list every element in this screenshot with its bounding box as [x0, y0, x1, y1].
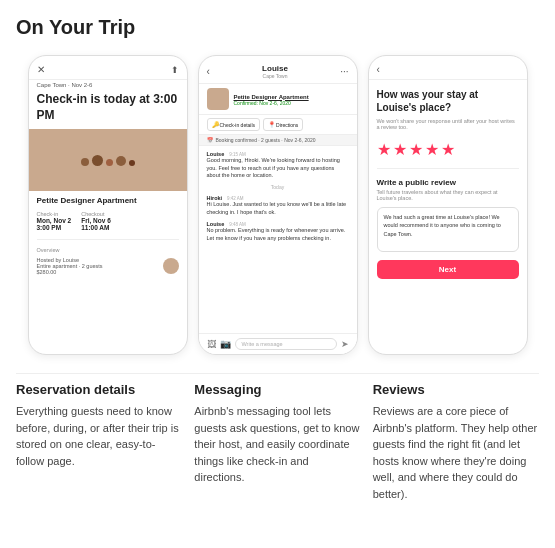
- review-text: We had such a great time at Louise's pla…: [384, 214, 501, 237]
- apt-info: Petite Designer Apartment Confirmed: Nov…: [234, 93, 349, 106]
- section-messaging-title: Messaging: [194, 382, 360, 397]
- media-icon[interactable]: 🖼: [207, 339, 216, 349]
- message-3: Louise 9:48 AM No problem. Everything is…: [207, 220, 349, 242]
- directions-btn[interactable]: 📍 Directions: [263, 118, 303, 131]
- phone-reviews: ‹ How was your stay at Louise's place? W…: [368, 55, 528, 355]
- next-button[interactable]: Next: [377, 260, 519, 279]
- location-label: Cape Town · Nov 2-6: [29, 80, 187, 90]
- review-textarea[interactable]: We had such a great time at Louise's pla…: [377, 207, 519, 252]
- phone-messaging: ‹ Louise Cape Town ··· Petite Designer A…: [198, 55, 358, 355]
- bottom-sections: Reservation details Everything guests ne…: [16, 373, 539, 502]
- msg3-header: Louise 9:48 AM: [207, 220, 349, 227]
- back-icon[interactable]: ‹: [207, 66, 210, 77]
- host-name: Louise: [262, 64, 288, 73]
- close-icon[interactable]: ✕: [37, 64, 45, 75]
- message-input-row: 🖼 📷 Write a message ➤: [199, 333, 357, 354]
- phone2-topbar: ‹ Louise Cape Town ···: [199, 56, 357, 84]
- star-4[interactable]: ★: [425, 140, 439, 159]
- hosted-row: Hosted by Louise Entire apartment · 2 gu…: [29, 255, 187, 277]
- ball5: [129, 160, 135, 166]
- write-review-sub: Tell future travelers about what they ca…: [369, 189, 527, 207]
- section-reviews-title: Reviews: [373, 382, 539, 397]
- checkout-col: Checkout Fri, Nov 6 11:00 AM: [81, 211, 111, 231]
- star-2[interactable]: ★: [393, 140, 407, 159]
- message-input[interactable]: Write a message: [235, 338, 337, 350]
- section-reservation-title: Reservation details: [16, 382, 182, 397]
- section-reviews: Reviews Reviews are a core piece of Airb…: [373, 382, 539, 502]
- msg2-text: Hi Louise. Just wanted to let you know w…: [207, 201, 349, 216]
- review-note: We won't share your response until after…: [369, 116, 527, 136]
- section-reservation: Reservation details Everything guests ne…: [16, 382, 182, 502]
- host-location: Cape Town: [262, 73, 288, 79]
- checkin-details-btn[interactable]: 🔑 Check-in details: [207, 118, 261, 131]
- directions-btn-label: Directions: [276, 122, 298, 128]
- camera-icon[interactable]: 📷: [220, 339, 231, 349]
- msg2-header: Hiroki 9:42 AM: [207, 194, 349, 201]
- date-divider: Today: [207, 184, 349, 190]
- section-messaging-body: Airbnb's messaging tool lets guests ask …: [194, 403, 360, 486]
- message-placeholder: Write a message: [242, 341, 283, 347]
- booking-text: Booking confirmed · 2 guests · Nov 2-6, …: [216, 137, 316, 143]
- page-title: On Your Trip: [16, 16, 539, 39]
- phone-reservation: ✕ ⬆ Cape Town · Nov 2-6 Check-in is toda…: [28, 55, 188, 355]
- booking-banner: 📅 Booking confirmed · 2 guests · Nov 2-6…: [199, 135, 357, 146]
- review-question: How was your stay at Louise's place?: [369, 80, 527, 116]
- star-rating[interactable]: ★ ★ ★ ★ ★: [369, 136, 527, 163]
- section-messaging: Messaging Airbnb's messaging tool lets g…: [194, 382, 360, 502]
- checkin-btn-label: Check-in details: [220, 122, 256, 128]
- divider2: [377, 168, 519, 169]
- phone3-topbar: ‹: [369, 56, 527, 80]
- checkin-col: Check-in Mon, Nov 2 3:00 PM: [37, 211, 72, 231]
- apartment-image: [29, 129, 187, 191]
- apt-thumbnail: [207, 88, 229, 110]
- message-2: Hiroki 9:42 AM Hi Louise. Just wanted to…: [207, 194, 349, 216]
- phones-container: ✕ ⬆ Cape Town · Nov 2-6 Check-in is toda…: [16, 55, 539, 355]
- star-5[interactable]: ★: [441, 140, 455, 159]
- star-3[interactable]: ★: [409, 140, 423, 159]
- hosted-info: Hosted by Louise Entire apartment · 2 gu…: [37, 257, 103, 275]
- share-icon[interactable]: ⬆: [171, 65, 179, 75]
- checkin-heading: Check-in is today at 3:00 PM: [29, 90, 187, 129]
- star-1[interactable]: ★: [377, 140, 391, 159]
- msg1-header: Louise 9:15 AM: [207, 150, 349, 157]
- directions-icon: 📍: [268, 121, 275, 128]
- ball1: [81, 158, 89, 166]
- msg3-text: No problem. Everything is ready for when…: [207, 227, 349, 242]
- checkin-day: Mon, Nov 2: [37, 217, 72, 224]
- section-reviews-body: Reviews are a core piece of Airbnb's pla…: [373, 403, 539, 502]
- avatar: [163, 258, 179, 274]
- price: $280.00: [37, 269, 57, 275]
- back-icon-reviews[interactable]: ‹: [377, 64, 380, 75]
- calendar-icon: 📅: [207, 137, 213, 143]
- decor-balls: [81, 155, 135, 166]
- section-reservation-body: Everything guests need to know before, d…: [16, 403, 182, 469]
- confirmed-label: Confirmed: Nov 2-6, 2020: [234, 100, 349, 106]
- send-icon[interactable]: ➤: [341, 339, 349, 349]
- checkin-icon: 🔑: [212, 121, 219, 128]
- divider1: [37, 239, 179, 240]
- message-1: Louise 9:15 AM Good morning, Hiroki. We'…: [207, 150, 349, 180]
- checkin-time: 3:00 PM: [37, 224, 72, 231]
- phone1-topbar: ✕ ⬆: [29, 56, 187, 80]
- checkout-time: 11:00 AM: [81, 224, 111, 231]
- host-name-container: Louise Cape Town: [262, 64, 288, 79]
- ball2: [92, 155, 103, 166]
- message-area: Louise 9:15 AM Good morning, Hiroki. We'…: [199, 146, 357, 251]
- apt-link[interactable]: Petite Designer Apartment: [234, 94, 309, 100]
- msg1-text: Good morning, Hiroki. We're looking forw…: [207, 157, 349, 180]
- action-btns: 🔑 Check-in details 📍 Directions: [199, 115, 357, 135]
- guests-count: 2 guests: [82, 263, 103, 269]
- apartment-name: Petite Designer Apartment: [29, 191, 187, 208]
- write-review-label: Write a public review: [369, 174, 527, 189]
- checkout-day: Fri, Nov 6: [81, 217, 111, 224]
- more-icon[interactable]: ···: [340, 66, 348, 77]
- overview-label: Overview: [29, 245, 187, 255]
- ball3: [106, 159, 113, 166]
- ball4: [116, 156, 126, 166]
- dates-row: Check-in Mon, Nov 2 3:00 PM Checkout Fri…: [29, 208, 187, 234]
- apt-section: Petite Designer Apartment Confirmed: Nov…: [199, 84, 357, 115]
